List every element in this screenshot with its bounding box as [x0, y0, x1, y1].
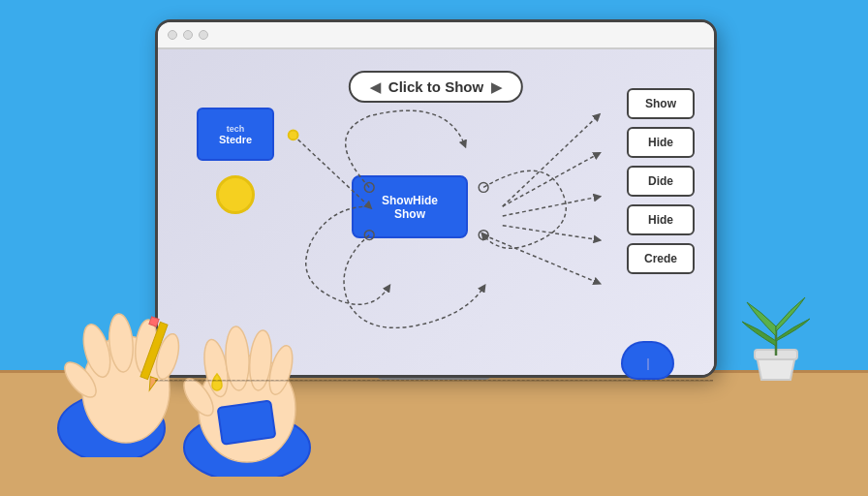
center-label-top: ShowHide: [382, 194, 438, 207]
btn-show[interactable]: Show: [627, 88, 695, 119]
btn-hide[interactable]: Hide: [627, 127, 695, 158]
svg-line-5: [483, 235, 598, 283]
yellow-circle: [216, 175, 255, 214]
plant: [737, 278, 815, 385]
dot-green: [199, 30, 208, 40]
hand-right: [150, 264, 344, 477]
dot-yellow: [183, 30, 193, 40]
dot-red: [168, 30, 177, 40]
click-to-show-label: Click to Show: [388, 78, 483, 95]
arrow-left-icon: ◀: [370, 79, 381, 95]
btn-hide2[interactable]: Hide: [627, 204, 695, 235]
state-box-left: tech Stedre: [197, 108, 274, 161]
desk-decorative-line: [155, 380, 713, 382]
btn-crede[interactable]: Crede: [627, 243, 695, 274]
btn-dide[interactable]: Dide: [627, 166, 695, 197]
monitor-topbar: [158, 22, 714, 49]
svg-point-10: [289, 131, 298, 140]
svg-line-2: [503, 154, 598, 206]
arrow-right-icon: ▶: [491, 79, 502, 95]
svg-rect-28: [218, 400, 276, 444]
computer-mouse[interactable]: [621, 341, 674, 380]
mouse-divider: [647, 358, 648, 370]
svg-line-4: [503, 226, 598, 240]
svg-line-1: [503, 116, 598, 206]
center-show-hide-box: ShowHide Show: [352, 175, 468, 238]
click-to-show-button[interactable]: ◀ Click to Show ▶: [349, 71, 523, 103]
svg-point-7: [479, 183, 488, 193]
state-label-top: tech: [227, 124, 245, 134]
svg-point-9: [479, 231, 488, 240]
right-buttons-panel: Show Hide Dide Hide Crede: [627, 88, 695, 274]
svg-line-3: [503, 197, 598, 216]
water-drop-icon: [208, 372, 226, 393]
state-label-bottom: Stedre: [219, 134, 252, 145]
center-label-bottom: Show: [394, 207, 425, 221]
